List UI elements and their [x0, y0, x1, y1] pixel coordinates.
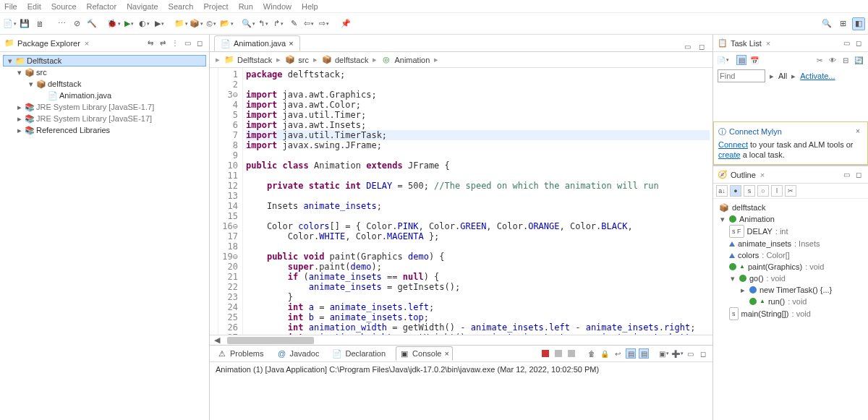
menu-navigate[interactable]: Navigate [127, 2, 158, 11]
remove-launch-icon[interactable] [553, 348, 563, 359]
menu-window[interactable]: Window [263, 2, 292, 11]
save-all-button[interactable]: 🗎 [33, 17, 46, 30]
tab-console[interactable]: ▣Console× [396, 346, 453, 361]
focus-icon[interactable]: ✂ [814, 55, 825, 65]
hide-local-icon[interactable]: l [771, 185, 783, 197]
console-minimize-icon[interactable]: ▭ [685, 348, 695, 359]
console-maximize-icon[interactable]: ◻ [698, 348, 708, 359]
tasklist-minimize-icon[interactable]: ▭ [841, 38, 851, 48]
outline-paint[interactable]: ▲paint(Graphics) : void [718, 261, 864, 273]
bc-class[interactable]: ◎Animation [381, 55, 430, 65]
forward-button[interactable]: ⇨ [318, 17, 331, 30]
tab-declaration[interactable]: 📄Declaration [329, 347, 388, 360]
sort-icon[interactable]: a↓ [716, 185, 728, 197]
tree-project[interactable]: ▾📁Delftstack [3, 55, 206, 67]
link-editor-icon[interactable]: ⇄ [158, 38, 168, 48]
editor-tab-animation[interactable]: 📄 Animation.java × [214, 35, 300, 51]
open-type-button[interactable]: 📂 [220, 17, 233, 30]
search-button[interactable]: 🔍 [242, 17, 255, 30]
show-on-stdout-icon[interactable]: ▤ [626, 348, 636, 359]
outline-delay[interactable]: s FDELAY : int [718, 225, 864, 238]
find-input[interactable] [718, 69, 765, 82]
menu-refactor[interactable]: Refactor [87, 2, 117, 11]
create-link[interactable]: create [718, 150, 741, 159]
toggle-breadcrumb-button[interactable]: ⋯ [55, 17, 68, 30]
collapse-all-icon[interactable]: ⇆ [145, 38, 156, 48]
new-java-project-button[interactable]: 📁 [174, 17, 187, 30]
activate-link[interactable]: Activate... [800, 72, 835, 80]
hide-nonpublic-icon[interactable]: ○ [757, 185, 769, 197]
hide-icon[interactable]: 👁 [827, 55, 838, 65]
bc-project[interactable]: 📁Delftstack [224, 55, 272, 65]
new-class-button[interactable]: © [205, 17, 218, 30]
outline-package[interactable]: 📦delftstack [718, 202, 864, 213]
pin-editor-button[interactable]: 📌 [339, 17, 352, 30]
java-perspective-button[interactable]: ◧ [852, 17, 865, 30]
project-tree[interactable]: ▾📁Delftstack ▾📦src ▾📦delftstack 📄Animati… [0, 52, 209, 420]
all-link[interactable]: All [778, 72, 787, 80]
coverage-button[interactable]: ◐ [137, 17, 150, 30]
debug-button[interactable]: 🐞 [107, 17, 120, 30]
bc-src[interactable]: 📦src [285, 55, 309, 65]
menu-help[interactable]: Help [302, 2, 318, 11]
sync-icon[interactable]: 🔄 [854, 55, 864, 65]
clear-console-icon[interactable]: 🗑 [587, 348, 597, 359]
close-console-icon[interactable]: × [444, 349, 448, 358]
editor-hscrollbar[interactable]: ◀ [210, 335, 712, 345]
hide-static-icon[interactable]: s [744, 185, 755, 197]
code-editor[interactable]: 123⊖45678910111213141516⊖171819⊖20212223… [210, 68, 712, 335]
build-button[interactable]: 🔨 [85, 17, 98, 30]
connect-link[interactable]: Connect [718, 140, 748, 149]
show-on-stderr-icon[interactable]: ▤ [639, 348, 649, 359]
menu-file[interactable]: File [4, 2, 17, 11]
outline-insets[interactable]: animate_insets : Insets [718, 238, 864, 249]
annotation-prev-button[interactable]: ↰ [257, 17, 270, 30]
back-button[interactable]: ⇦ [302, 17, 315, 30]
menu-edit[interactable]: Edit [27, 2, 41, 11]
menu-source[interactable]: Source [51, 2, 77, 11]
outline-colors[interactable]: colors : Color[] [718, 249, 864, 261]
tasklist-maximize-icon[interactable]: ◻ [854, 38, 864, 48]
breadcrumb[interactable]: ▸ 📁Delftstack ▸ 📦src ▸ 📦delftstack ▸ ◎An… [210, 52, 712, 68]
open-perspective-button[interactable]: ⊞ [836, 17, 849, 30]
maximize-icon[interactable]: ◻ [195, 38, 205, 48]
tree-package[interactable]: ▾📦delftstack [3, 78, 206, 90]
menu-project[interactable]: Project [203, 2, 228, 11]
run-button[interactable]: ▶ [122, 17, 135, 30]
new-package-button[interactable]: 📦 [190, 17, 203, 30]
display-console-icon[interactable]: ▣ [659, 348, 669, 359]
scheduled-icon[interactable]: 📅 [749, 55, 760, 65]
view-menu-icon[interactable]: ⋮ [170, 38, 180, 48]
close-outline-icon[interactable]: × [760, 171, 765, 179]
outline-maximize-icon[interactable]: ◻ [854, 170, 864, 180]
new-button[interactable]: 📄 [3, 17, 16, 30]
tree-jre1[interactable]: ▸📚JRE System Library [JavaSE-1.7] [3, 101, 206, 113]
outline-run[interactable]: ▲run() : void [718, 296, 864, 307]
menu-run[interactable]: Run [239, 2, 253, 11]
collapse-icon[interactable]: ⊟ [841, 55, 851, 65]
last-edit-button[interactable]: ✎ [287, 17, 300, 30]
tree-jre2[interactable]: ▸📚JRE System Library [JavaSE-17] [3, 113, 206, 124]
focus-outline-icon[interactable]: ✂ [785, 185, 796, 197]
scroll-lock-icon[interactable]: 🔒 [600, 348, 610, 359]
external-tools-button[interactable]: ▶ [153, 17, 166, 30]
tab-problems[interactable]: ⚠Problems [214, 347, 266, 360]
editor-minimize-icon[interactable]: ▭ [682, 41, 692, 51]
menu-search[interactable]: Search [169, 2, 194, 11]
word-wrap-icon[interactable]: ↩ [613, 348, 623, 359]
bc-package[interactable]: 📦delftstack [322, 55, 368, 65]
categorized-icon[interactable]: ▤ [736, 55, 746, 65]
quick-access-icon[interactable]: 🔍 [820, 17, 833, 30]
tree-src[interactable]: ▾📦src [3, 67, 206, 78]
new-task-icon[interactable]: 📄 [718, 55, 728, 65]
remove-all-icon[interactable] [566, 348, 576, 359]
outline-go[interactable]: ▾go() : void [718, 273, 864, 284]
outline-tree[interactable]: 📦delftstack ▾Animation s FDELAY : int an… [713, 199, 868, 323]
outline-timertask[interactable]: ▸new TimerTask() {...} [718, 284, 864, 296]
tree-file[interactable]: 📄Animation.java [3, 90, 206, 101]
outline-minimize-icon[interactable]: ▭ [841, 170, 851, 180]
close-icon[interactable]: × [85, 39, 89, 48]
open-console-icon[interactable]: ➕ [672, 348, 682, 359]
skip-breakpoints-button[interactable]: ⊘ [70, 17, 83, 30]
close-tasklist-icon[interactable]: × [766, 39, 770, 48]
